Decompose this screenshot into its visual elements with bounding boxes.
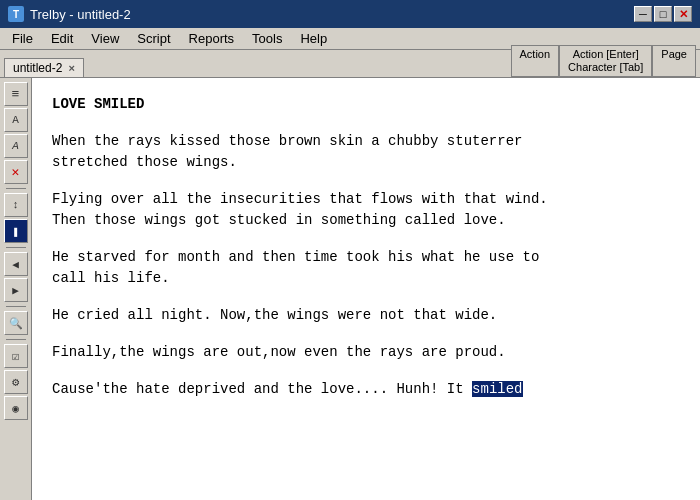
menu-edit[interactable]: Edit (43, 29, 81, 48)
app-icon: T (8, 6, 24, 22)
menu-reports[interactable]: Reports (181, 29, 243, 48)
paragraph-2: Flying over all the insecurities that fl… (52, 189, 632, 231)
cursor-position: smiled (472, 381, 522, 397)
document-content: LOVE SMILED When the rays kissed those b… (52, 94, 632, 400)
main-area: ≡ A A ✕ ↕ ❚ ◀ ▶ 🔍 ☑ ⚙ ◉ LOVE SMILED When… (0, 78, 700, 500)
column-headers: Action Action [Enter] Character [Tab] Pa… (511, 45, 696, 77)
tool-delete[interactable]: ✕ (4, 160, 28, 184)
left-toolbar: ≡ A A ✕ ↕ ❚ ◀ ▶ 🔍 ☑ ⚙ ◉ (0, 78, 32, 500)
paragraph-1: When the rays kissed those brown skin a … (52, 131, 632, 173)
tab-bar: untitled-2 × Action Action [Enter] Chara… (0, 50, 700, 78)
toolbar-separator-3 (6, 306, 26, 307)
col-header-action: Action (511, 45, 560, 77)
tool-record[interactable]: ◉ (4, 396, 28, 420)
tool-forward[interactable]: ▶ (4, 278, 28, 302)
menu-help[interactable]: Help (292, 29, 335, 48)
tool-settings[interactable]: ⚙ (4, 370, 28, 394)
title-bar: T Trelby - untitled-2 ─ □ ✕ (0, 0, 700, 28)
menu-tools[interactable]: Tools (244, 29, 290, 48)
toolbar-separator-1 (6, 188, 26, 189)
minimize-button[interactable]: ─ (634, 6, 652, 22)
col-header-page: Page (652, 45, 696, 77)
tab-close-button[interactable]: × (68, 62, 74, 74)
tool-check[interactable]: ☑ (4, 344, 28, 368)
toolbar-separator-2 (6, 247, 26, 248)
paragraph-6: Cause'the hate deprived and the love....… (52, 379, 632, 400)
maximize-button[interactable]: □ (654, 6, 672, 22)
toolbar-separator-4 (6, 339, 26, 340)
tool-search[interactable]: 🔍 (4, 311, 28, 335)
tab-label: untitled-2 (13, 61, 62, 75)
editor-area[interactable]: LOVE SMILED When the rays kissed those b… (32, 78, 700, 500)
tool-format[interactable]: ≡ (4, 82, 28, 106)
document-title: LOVE SMILED (52, 94, 632, 115)
col-header-action-enter: Action [Enter] Character [Tab] (559, 45, 652, 77)
menu-file[interactable]: File (4, 29, 41, 48)
tool-sidebar[interactable]: ❚ (4, 219, 28, 243)
paragraph-4: He cried all night. Now,the wings were n… (52, 305, 632, 326)
menu-script[interactable]: Script (129, 29, 178, 48)
tool-back[interactable]: ◀ (4, 252, 28, 276)
paragraph-3: He starved for month and then time took … (52, 247, 632, 289)
window-title: Trelby - untitled-2 (30, 7, 131, 22)
tab-untitled2[interactable]: untitled-2 × (4, 58, 84, 77)
close-button[interactable]: ✕ (674, 6, 692, 22)
tool-text-a2[interactable]: A (4, 134, 28, 158)
menu-view[interactable]: View (83, 29, 127, 48)
tool-scroll[interactable]: ↕ (4, 193, 28, 217)
tool-text-a1[interactable]: A (4, 108, 28, 132)
paragraph-5: Finally,the wings are out,now even the r… (52, 342, 632, 363)
